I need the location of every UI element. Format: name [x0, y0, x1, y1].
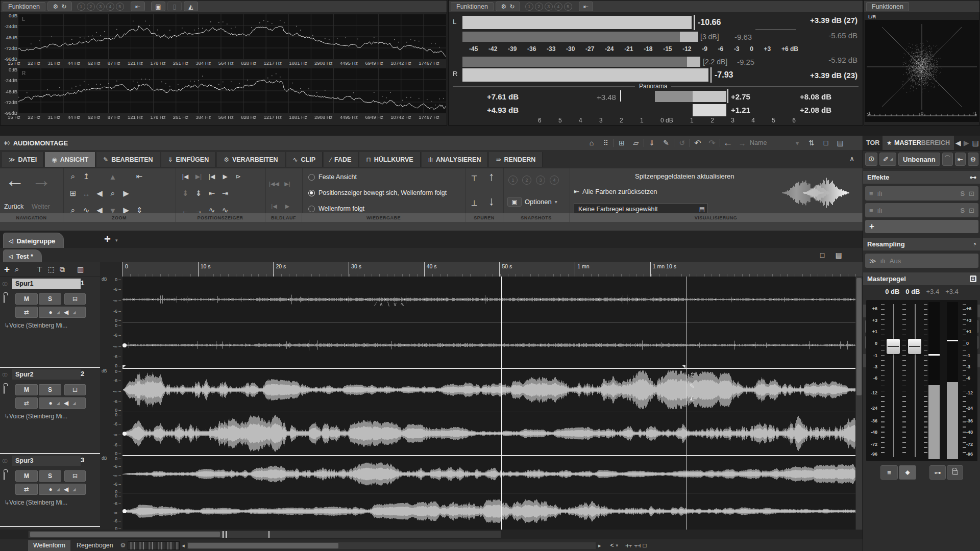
cursor-tool-icon[interactable]: ⊳ [232, 170, 245, 183]
document-tab[interactable]: ◁ Test * [3, 249, 42, 263]
add-filegroup-button[interactable]: + [104, 233, 111, 246]
track-name[interactable]: Spur1 [12, 279, 81, 289]
ribbon-tab[interactable]: ∕FADE [324, 152, 358, 167]
resample-icon[interactable]: ◔ [972, 240, 976, 248]
clip-edit-hotspots[interactable]: ∕∧∖∨∿ [375, 301, 408, 308]
render-brush-icon[interactable]: ✐◢ [879, 153, 896, 166]
back-arrow-icon[interactable]: ← [721, 137, 734, 148]
gear-icon[interactable]: ⚙ [968, 153, 978, 166]
playback-option-3[interactable]: Wellenform folgt [308, 205, 364, 212]
save-icon[interactable]: ⇓ [645, 137, 658, 148]
track-plugin-label[interactable]: ↳Voice (Steinberg Mi... [4, 322, 67, 329]
spectrometer-functions-menu[interactable]: Funktionen [3, 2, 45, 11]
add-effect-button[interactable]: + [865, 220, 978, 233]
track-height-icon[interactable]: ⊤ [37, 265, 43, 273]
slot-bypass-icon[interactable]: ⊡ [969, 190, 974, 197]
radio-icon[interactable] [308, 206, 315, 212]
view-mode-icon[interactable]: ⫟⫞ [634, 542, 641, 549]
swap-icon[interactable]: ⧉ [60, 265, 65, 274]
menu-page-icon[interactable]: ▤ [699, 206, 705, 213]
link-faders-icon[interactable]: ≡ [880, 465, 898, 480]
lock-icon[interactable] [4, 295, 5, 303]
maximize-icon[interactable]: □ [819, 137, 832, 148]
preset-number-button[interactable]: 2 [535, 3, 543, 11]
cursor-tool-icon[interactable]: ▶ [218, 170, 232, 183]
clip-boundary[interactable] [687, 277, 687, 530]
update-peak-files-button[interactable]: Spitzenpegeldateien aktualisieren [635, 172, 734, 180]
preset-number-button[interactable]: 5 [116, 3, 124, 11]
sync-icon[interactable]: ↺ [675, 137, 689, 148]
name-field[interactable]: Name [750, 139, 790, 146]
chevron-down-icon[interactable]: ▾ [115, 238, 118, 243]
preset-number-button[interactable]: 5 [564, 3, 572, 11]
resampling-slot[interactable]: ≫ılı Aus [865, 254, 978, 268]
slot-solo-button[interactable]: S [960, 190, 965, 197]
scroll-left-icon[interactable]: ◂ [182, 542, 185, 549]
filegroup-tab[interactable]: ◁ Dateigruppe [3, 233, 64, 248]
waveform-canvas[interactable] [122, 277, 863, 530]
refresh-icon[interactable]: ↻ [509, 3, 514, 10]
nav-forward-label[interactable]: Weiter [32, 203, 50, 210]
power-icon[interactable]: ⏼ [865, 153, 877, 166]
home-icon[interactable]: ⌂ [585, 137, 598, 148]
grid-icon[interactable]: ⠿ [599, 137, 612, 148]
trash-icon[interactable]: ▯ [167, 2, 182, 11]
record-monitor-button[interactable]: ●◢◀◢ [39, 484, 86, 495]
cursor-tool-icon[interactable]: |◀ [205, 170, 218, 183]
scroll-tool-icon[interactable]: ▶ [281, 200, 294, 212]
collapse-ribbon-icon[interactable]: ∧ [845, 153, 859, 164]
magnetic-icon[interactable]: < [610, 542, 614, 549]
envelope-anchor[interactable] [122, 343, 127, 347]
master-level-header[interactable]: Masterpegel⊟ [863, 272, 980, 285]
fader-handle[interactable] [908, 339, 921, 354]
meter-settings-group[interactable]: ⚙↻ [496, 2, 520, 11]
envelope-anchor[interactable] [122, 432, 127, 436]
ribbon-tab[interactable]: ≫DATEI [2, 152, 44, 167]
record-monitor-button[interactable]: ●◢◀◢ [39, 307, 86, 318]
dock-tab-masterbereich[interactable]: ★ MASTERBEREICH [883, 136, 954, 150]
preset-name-button[interactable]: Unbenann [898, 153, 940, 166]
shuffle-button[interactable]: ⇄ [15, 307, 38, 318]
reset-icon[interactable]: ⇤ [131, 2, 145, 11]
forward-arrow-icon[interactable]: → [736, 137, 749, 148]
vertical-scrollbar-thumb[interactable] [856, 278, 862, 395]
scroll-tool-icon[interactable]: |◀◀ [267, 178, 281, 190]
preset-number-button[interactable]: 3 [96, 3, 105, 11]
redo-icon[interactable]: ↷ [705, 137, 719, 148]
preset-number-button[interactable]: 3 [545, 3, 553, 11]
track-merge-icon[interactable]: ⊥ [468, 197, 481, 209]
track-divider[interactable] [122, 455, 863, 456]
ribbon-tab[interactable]: ✎BEARBEITEN [96, 152, 160, 167]
horizontal-scrollbar[interactable] [187, 542, 596, 549]
lock-icon[interactable] [4, 386, 5, 394]
record-monitor-button[interactable]: ●◢◀◢ [39, 397, 86, 409]
cursor-tool-icon[interactable]: ⇥ [218, 187, 232, 199]
panel-list-icon[interactable]: ▤ [834, 137, 847, 148]
meter-bars-icon[interactable]: ▥ [77, 265, 84, 273]
zoom-tool-icon[interactable]: ▲ [106, 170, 119, 183]
view-tab-waveform[interactable]: Wellenform [28, 540, 70, 551]
effects-header[interactable]: Effekte⊶ [863, 171, 980, 184]
scroll-right-icon[interactable]: ▸ [598, 542, 601, 549]
save-as-icon[interactable]: ✎ [659, 137, 673, 148]
chain-icon[interactable]: ⊶ [970, 173, 976, 181]
chevron-down-icon[interactable]: ▾ [791, 137, 804, 148]
nav-back-label[interactable]: Zurück [4, 203, 23, 210]
track-divider[interactable] [122, 368, 863, 369]
effect-slot[interactable]: ≡ılı S⊡ [865, 203, 978, 217]
track-plugin-label[interactable]: ↳Voice (Steinberg Mi... [4, 413, 67, 420]
droplet-icon[interactable]: ⬥ [899, 465, 916, 480]
track-name[interactable]: Spur2 [12, 369, 81, 380]
zoom-tool-icon[interactable] [133, 187, 146, 199]
phasescope-functions-menu[interactable]: Funktionen [866, 2, 909, 11]
ribbon-tab[interactable]: ılıANALYSIEREN [422, 152, 488, 167]
zoom-tool-icon[interactable]: ⌕ [106, 187, 119, 199]
route-button[interactable]: ⊟ [64, 293, 86, 305]
preset-number-button[interactable]: 1 [77, 3, 85, 11]
dock-tab-partial[interactable]: TOR [863, 139, 883, 146]
route-button[interactable]: ⊟ [64, 384, 86, 395]
fade-handle[interactable]: ◥ [682, 364, 685, 369]
bypass-icon[interactable]: ⌒ [942, 153, 953, 166]
solo-button[interactable]: S [39, 293, 61, 305]
snapshot-number-button[interactable]: 4 [550, 176, 559, 185]
